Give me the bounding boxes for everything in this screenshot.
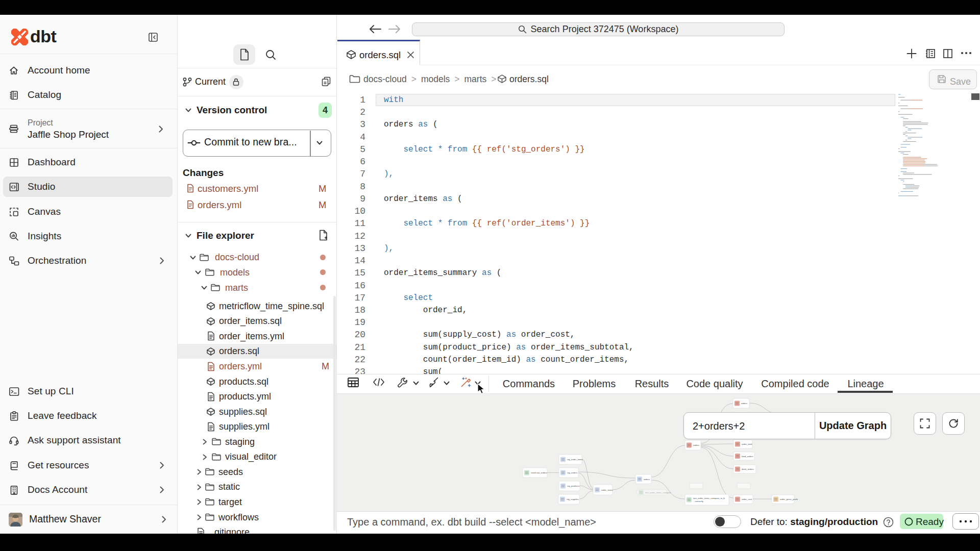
svg-text:stg_supplies: stg_supplies: [567, 498, 579, 500]
svg-text:drink_orders: drink_orders: [742, 468, 754, 470]
svg-text:test_order_items_compare: test_order_items_compare: [645, 491, 672, 494]
svg-text:...correctly: ...correctly: [693, 500, 704, 503]
svg-text:seed.raw_orders: seed.raw_orders: [531, 471, 547, 474]
svg-text:order_total: order_total: [742, 443, 752, 445]
svg-text:test_order_items_compare_to_b: test_order_items_compare_to_b: [693, 497, 725, 499]
svg-text:orders: orders: [741, 402, 747, 405]
svg-text:orders: orders: [693, 444, 699, 446]
svg-text:order_cost: order_cost: [742, 498, 752, 500]
svg-text:order_gross_profit: order_gross_profit: [780, 498, 798, 500]
svg-text:stg_orders: stg_orders: [567, 471, 577, 474]
svg-text:orders: orders: [644, 478, 650, 481]
svg-text:stg_order_items: stg_order_items: [567, 458, 583, 461]
svg-text:food_orders: food_orders: [742, 455, 753, 458]
svg-text:order_items: order_items: [601, 489, 613, 491]
svg-text:stg_products: stg_products: [567, 485, 580, 487]
